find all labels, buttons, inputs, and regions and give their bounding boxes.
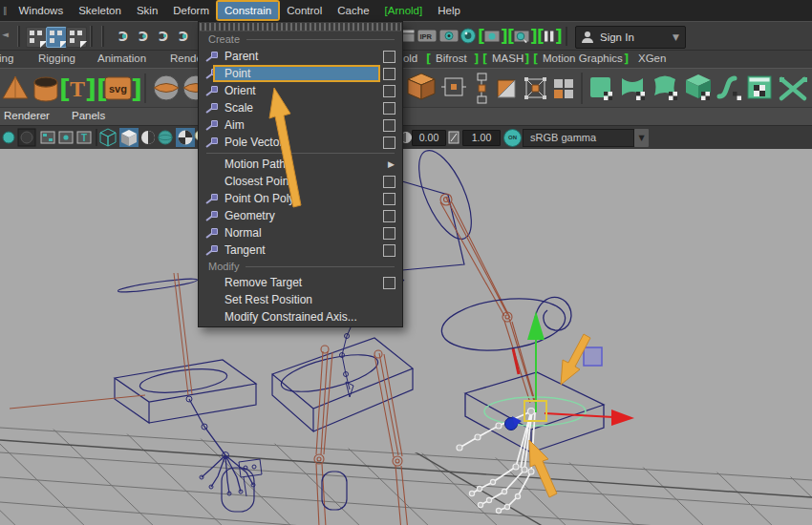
render-ball-icon[interactable] xyxy=(461,29,476,43)
snap-to-curve-icon[interactable]: C xyxy=(131,29,148,45)
mash-spline-icon[interactable] xyxy=(719,78,741,100)
option-box[interactable] xyxy=(383,136,395,149)
mash-curve-icon[interactable] xyxy=(622,78,645,100)
mash-waiter-icon[interactable] xyxy=(590,77,612,100)
snap-to-plane-icon[interactable]: C xyxy=(171,29,188,45)
color-space-dropdown[interactable]: sRGB gamma xyxy=(523,129,634,147)
option-box[interactable] xyxy=(383,85,395,97)
menu-control[interactable]: Control xyxy=(280,2,329,19)
mash-scatter-icon[interactable] xyxy=(780,77,807,98)
menu-item-scale[interactable]: Scale xyxy=(199,99,402,116)
menu-help[interactable]: Help xyxy=(431,2,467,19)
tab-sculpting[interactable]: Sculpting xyxy=(0,52,13,64)
select-component-icon[interactable] xyxy=(66,27,87,48)
menu-item-tangent[interactable]: Tangent xyxy=(199,242,402,259)
color-management-toggle[interactable]: ON xyxy=(503,129,522,147)
snap-to-point-icon[interactable]: C xyxy=(151,29,168,45)
gamma-field[interactable]: 1.00 xyxy=(462,130,501,146)
grid-squares-icon[interactable] xyxy=(554,79,573,98)
statusline-separator[interactable] xyxy=(90,26,93,47)
select-object-icon[interactable] xyxy=(46,27,67,48)
menu-constrain[interactable]: Constrain xyxy=(218,2,278,19)
option-box[interactable] xyxy=(383,68,395,80)
option-box[interactable] xyxy=(383,227,395,240)
menu-item-aim[interactable]: Aim xyxy=(199,116,402,134)
select-hierarchy-icon[interactable] xyxy=(26,27,47,48)
menu-item-remove-target[interactable]: Remove Target xyxy=(199,274,402,291)
panel-menu-renderer[interactable]: Renderer xyxy=(4,110,50,121)
tab-xgen[interactable]: XGen xyxy=(638,52,666,64)
render-settings-icon[interactable] xyxy=(439,30,459,42)
menu-tearoff-handle[interactable] xyxy=(200,23,401,32)
menu-item-normal[interactable]: Normal xyxy=(199,224,402,242)
viewport-3d[interactable] xyxy=(0,148,812,525)
option-box[interactable] xyxy=(383,51,395,63)
polygon-cube-icon[interactable] xyxy=(408,74,435,99)
lighting-mode-icon[interactable] xyxy=(141,131,155,144)
mash-window-icon[interactable] xyxy=(748,76,771,98)
lattice-icon[interactable] xyxy=(478,74,486,103)
fold-plane-icon[interactable] xyxy=(498,80,515,97)
chevron-down-icon[interactable]: ▼ xyxy=(673,32,679,42)
tab-bifrost[interactable]: Bifrost xyxy=(436,52,467,64)
arnold-render-icon[interactable]: [ ] xyxy=(478,27,508,46)
menu-arnold[interactable]: [Arnold] xyxy=(378,2,430,19)
tab-motion-graphics[interactable]: Motion Graphics xyxy=(543,52,623,64)
arnold-pause-icon[interactable]: [ ] xyxy=(537,27,563,46)
menu-cache[interactable]: Cache xyxy=(331,2,375,19)
menu-item-closest-point[interactable]: Closest Point xyxy=(199,173,402,190)
menu-item-orient[interactable]: Orient xyxy=(199,82,402,99)
option-box[interactable] xyxy=(383,176,395,188)
snap-to-grid-icon[interactable]: C xyxy=(111,29,128,45)
menu-skin[interactable]: Skin xyxy=(130,2,164,19)
menu-deform[interactable]: Deform xyxy=(166,2,216,19)
material-override-icon[interactable] xyxy=(176,128,195,147)
color-space-dropdown-arrow[interactable]: ▼ xyxy=(634,129,649,147)
statusline-separator[interactable] xyxy=(566,27,567,46)
menu-item-set-rest-position[interactable]: Set Rest Position xyxy=(199,291,402,308)
combine-icon[interactable] xyxy=(154,75,179,100)
type-tool-icon[interactable]: [ T ] xyxy=(59,74,96,103)
menu-item-parent[interactable]: Parent xyxy=(199,48,402,65)
statusline-separator[interactable] xyxy=(101,26,104,47)
wireframe-mode-icon[interactable] xyxy=(100,129,116,146)
sign-in-button[interactable]: Sign In ▼ xyxy=(575,26,686,49)
mash-cube-icon[interactable] xyxy=(686,74,711,100)
shaded-mode-icon[interactable] xyxy=(119,128,139,147)
camera-lock-icon[interactable] xyxy=(3,132,14,143)
option-box[interactable] xyxy=(383,102,395,115)
tab-rigging[interactable]: Rigging xyxy=(38,52,75,64)
film-gate-icon[interactable] xyxy=(41,132,54,143)
option-box[interactable] xyxy=(383,244,395,257)
svg-tool-icon[interactable]: [ svg ] xyxy=(96,74,142,103)
option-box[interactable] xyxy=(383,277,395,289)
menu-item-point-on-poly[interactable]: Point On Poly xyxy=(199,190,402,207)
gate-mask-icon[interactable]: T xyxy=(77,132,91,143)
menu-item-pole-vector[interactable]: Pole Vector xyxy=(199,134,402,151)
exposure-field[interactable]: 0.00 xyxy=(412,130,446,146)
menu-item-motion-paths[interactable]: Motion Paths▶ xyxy=(199,156,402,173)
resolution-gate-icon[interactable] xyxy=(59,132,73,143)
textured-mode-icon[interactable] xyxy=(159,131,172,144)
polygon-pipe-icon[interactable] xyxy=(34,77,57,101)
tab-mash[interactable]: MASH xyxy=(492,52,524,64)
ipr-render-icon[interactable]: IPR xyxy=(417,30,437,42)
panel-menu-panels[interactable]: Panels xyxy=(72,110,105,121)
edit-pivot-icon[interactable] xyxy=(441,78,466,95)
mash-flag-icon[interactable] xyxy=(654,76,677,101)
tab-animation[interactable]: Animation xyxy=(97,52,146,64)
arnold-render-settings-icon[interactable]: [ ] xyxy=(507,27,538,46)
menu-item-point[interactable]: Point xyxy=(199,65,402,82)
menu-skeleton[interactable]: Skeleton xyxy=(72,2,128,19)
option-box[interactable] xyxy=(383,119,395,132)
cluster-icon[interactable] xyxy=(524,77,546,99)
polygon-pyramid-icon[interactable] xyxy=(3,76,28,98)
option-box[interactable] xyxy=(383,193,395,205)
statusline-separator[interactable] xyxy=(17,26,20,47)
toolbox-collapse-icon[interactable]: ◄ xyxy=(2,30,9,39)
menu-item-modify-constrained-axis[interactable]: Modify Constrained Axis... xyxy=(199,308,402,326)
menu-item-geometry[interactable]: Geometry xyxy=(199,207,402,224)
option-box[interactable] xyxy=(383,210,395,222)
menu-windows[interactable]: Windows xyxy=(12,2,71,19)
grease-pencil-icon[interactable] xyxy=(18,129,35,146)
